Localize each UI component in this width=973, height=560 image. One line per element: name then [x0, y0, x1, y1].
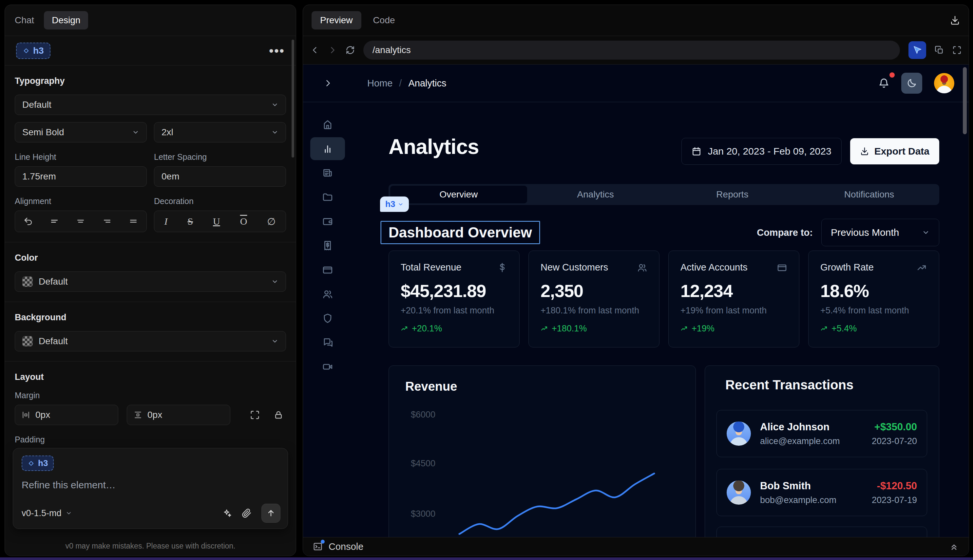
align-justify-icon[interactable]: [129, 217, 138, 226]
tab-preview[interactable]: Preview: [312, 11, 361, 30]
tab-notifications[interactable]: Notifications: [801, 186, 938, 203]
letter-spacing-input[interactable]: 0em: [154, 167, 286, 187]
sidebar-item-messages[interactable]: [303, 330, 352, 355]
tab-design[interactable]: Design: [44, 11, 88, 30]
send-button[interactable]: [262, 504, 280, 523]
console-bar[interactable]: Console: [303, 537, 969, 556]
stat-card-new-customers[interactable]: New Customers 2,350 +180.1% from last mo…: [528, 250, 659, 347]
chevron-down-icon: [398, 202, 404, 207]
stat-card-active-accounts[interactable]: Active Accounts 12,234 +19% from last mo…: [668, 250, 799, 347]
theme-toggle-button[interactable]: [901, 73, 922, 94]
fullscreen-icon[interactable]: [952, 45, 961, 55]
back-icon[interactable]: [310, 45, 319, 55]
download-icon[interactable]: [950, 15, 960, 25]
transaction-name: Bob Smith: [760, 480, 836, 492]
preview-scrollbar[interactable]: [963, 67, 967, 134]
tab-analytics[interactable]: Analytics: [527, 186, 664, 203]
notifications-bell-icon[interactable]: [878, 78, 890, 89]
sidebar-item-wallet[interactable]: [303, 209, 352, 233]
date-range-value: Jan 20, 2023 - Feb 09, 2023: [708, 146, 831, 157]
font-family-select[interactable]: Default: [15, 95, 286, 115]
lock-icon[interactable]: [274, 410, 284, 420]
sidebar-item-security[interactable]: [303, 306, 352, 330]
font-weight-select[interactable]: Semi Bold: [15, 122, 147, 142]
chat-element-chip[interactable]: h3: [22, 455, 54, 471]
breadcrumb-home[interactable]: Home: [367, 78, 392, 89]
copy-icon[interactable]: [935, 45, 944, 55]
stat-card-growth-rate[interactable]: Growth Rate 18.6% +5.4% from last month …: [808, 250, 939, 347]
model-name: v0-1.5-md: [22, 508, 62, 518]
credit-card-icon: [322, 264, 333, 275]
underline-icon[interactable]: U: [213, 216, 220, 227]
trend-up-icon: [681, 325, 688, 333]
italic-icon[interactable]: I: [164, 216, 167, 227]
video-icon: [322, 361, 333, 372]
sidebar-item-files[interactable]: [303, 185, 352, 209]
strikethrough-icon[interactable]: S: [187, 216, 193, 227]
paperclip-icon[interactable]: [242, 508, 252, 518]
left-panel-scrollbar[interactable]: [292, 40, 294, 158]
expand-icon[interactable]: [250, 410, 260, 420]
sidebar-item-invoices[interactable]: [303, 161, 352, 185]
inspect-cursor-button[interactable]: [908, 41, 926, 59]
refine-input[interactable]: Refine this element…: [22, 480, 279, 490]
more-options-icon[interactable]: •••: [269, 47, 285, 54]
sidebar-toggle-icon[interactable]: [323, 78, 332, 88]
sidebar-item-video[interactable]: [303, 355, 352, 379]
sidebar-item-cards[interactable]: [303, 258, 352, 282]
margin-label: Margin: [15, 391, 286, 400]
url-input[interactable]: /analytics: [363, 41, 900, 60]
export-data-button[interactable]: Export Data: [850, 138, 939, 164]
color-swatch: [22, 277, 33, 287]
chevron-down-icon: [271, 101, 279, 108]
margin-x-input[interactable]: 0px: [15, 405, 118, 425]
sparkles-icon[interactable]: [222, 508, 232, 518]
tab-chat[interactable]: Chat: [15, 15, 34, 25]
date-range-button[interactable]: Jan 20, 2023 - Feb 09, 2023: [681, 138, 842, 165]
sidebar-item-customers[interactable]: [303, 282, 352, 306]
align-right-icon[interactable]: [102, 217, 112, 226]
align-center-icon[interactable]: [76, 217, 85, 226]
margin-y-input[interactable]: 0px: [127, 405, 230, 425]
transaction-email: alice@example.com: [760, 436, 840, 447]
selected-heading[interactable]: Dashboard Overview: [381, 221, 540, 244]
compare-select[interactable]: Previous Month: [821, 219, 939, 246]
refresh-icon[interactable]: [345, 45, 355, 55]
line-height-input[interactable]: 1.75rem: [15, 167, 147, 187]
sidebar-item-home[interactable]: [303, 112, 352, 137]
background-select[interactable]: Default: [15, 331, 286, 352]
terminal-icon: [313, 542, 323, 552]
tab-overview[interactable]: Overview: [390, 186, 527, 203]
margin-y-value: 0px: [147, 410, 162, 420]
sidebar-item-receipts[interactable]: [303, 233, 352, 258]
undo-icon[interactable]: [23, 217, 33, 226]
no-decoration-icon[interactable]: ∅: [267, 216, 275, 227]
selected-element-chip[interactable]: h3: [16, 43, 50, 59]
chevrons-up-icon[interactable]: [949, 542, 959, 552]
transaction-row[interactable]: Alice Johnson alice@example.com +$350.00…: [716, 410, 927, 457]
overline-icon[interactable]: O: [240, 216, 247, 227]
forward-icon[interactable]: [328, 45, 337, 55]
user-avatar[interactable]: [934, 73, 954, 93]
breadcrumb-separator: /: [399, 78, 402, 89]
url-value: /analytics: [372, 45, 411, 55]
sidebar-item-analytics[interactable]: [303, 137, 352, 161]
transaction-row[interactable]: Bob Smith bob@example.com -$120.50 2023-…: [716, 469, 927, 516]
stat-card-total-revenue[interactable]: Total Revenue $45,231.89 +20.1% from las…: [389, 250, 520, 347]
color-select[interactable]: Default: [15, 272, 286, 292]
alignment-group: [15, 210, 147, 232]
align-left-icon[interactable]: [50, 217, 59, 226]
breadcrumb: Home / Analytics: [367, 78, 446, 89]
stat-subtext: +19% from last month: [681, 305, 787, 316]
stat-title: Active Accounts: [681, 262, 748, 273]
chat-chip-label: h3: [38, 458, 48, 468]
element-tag-chip[interactable]: h3: [380, 197, 409, 212]
chevron-down-icon: [271, 129, 279, 136]
model-selector[interactable]: v0-1.5-md: [22, 508, 72, 518]
breadcrumb-current: Analytics: [408, 78, 446, 89]
background-value: Default: [38, 336, 68, 347]
font-size-select[interactable]: 2xl: [154, 122, 286, 142]
avatar: [727, 480, 751, 505]
tab-code[interactable]: Code: [373, 15, 395, 25]
tab-reports[interactable]: Reports: [664, 186, 801, 203]
